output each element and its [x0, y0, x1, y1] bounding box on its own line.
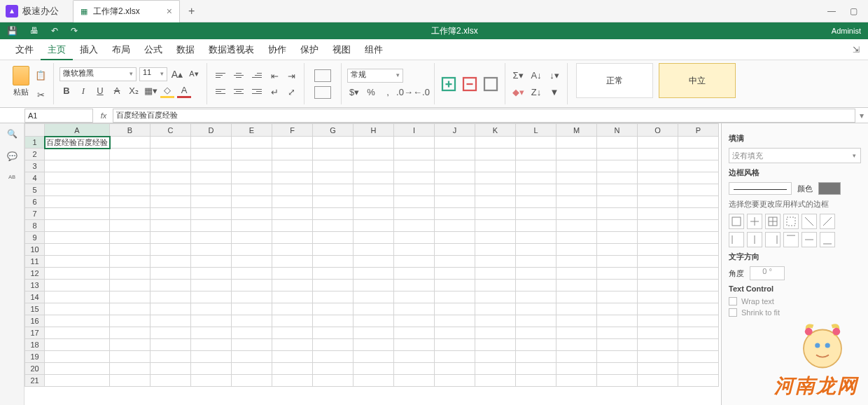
row-header-4[interactable]: 4 — [25, 172, 45, 184]
cell-D1[interactable] — [191, 137, 232, 149]
cell-G9[interactable] — [313, 232, 354, 244]
menu-formula[interactable]: 公式 — [137, 39, 169, 60]
minimize-icon[interactable]: — — [827, 6, 836, 16]
cell-B15[interactable] — [110, 303, 150, 315]
cell-E4[interactable] — [232, 172, 272, 184]
cell-H5[interactable] — [354, 184, 394, 196]
menu-file[interactable]: 文件 — [8, 39, 41, 60]
row-header-21[interactable]: 21 — [25, 375, 45, 387]
cell-C17[interactable] — [150, 327, 191, 339]
currency-icon[interactable]: $▾ — [347, 85, 361, 99]
cell-G6[interactable] — [313, 196, 354, 208]
cell-L13[interactable] — [516, 280, 556, 291]
cell-E14[interactable] — [232, 291, 272, 303]
cell-M7[interactable] — [556, 208, 597, 220]
cell-N20[interactable] — [597, 363, 638, 375]
align-center-icon[interactable] — [231, 85, 246, 97]
cell-N2[interactable] — [597, 149, 638, 160]
cell-I6[interactable] — [394, 196, 435, 208]
cell-K7[interactable] — [475, 208, 516, 220]
cell-B20[interactable] — [110, 363, 150, 375]
cell-style-neutral[interactable]: 中立 — [659, 63, 736, 98]
cell-C14[interactable] — [150, 291, 191, 303]
cell-B3[interactable] — [110, 160, 150, 172]
cell-M10[interactable] — [556, 244, 597, 256]
cell-H14[interactable] — [354, 291, 394, 303]
cell-H21[interactable] — [354, 375, 394, 387]
cell-G14[interactable] — [313, 291, 354, 303]
cell-N3[interactable] — [597, 160, 638, 172]
cell-H13[interactable] — [354, 280, 394, 291]
border-right-icon[interactable] — [765, 232, 780, 247]
cell-I20[interactable] — [394, 363, 435, 375]
cell-N14[interactable] — [597, 291, 638, 303]
cell-F6[interactable] — [272, 196, 313, 208]
cell-M12[interactable] — [556, 268, 597, 280]
increase-font-icon[interactable]: A▴ — [170, 67, 184, 81]
strikethrough-button[interactable]: A — [110, 84, 124, 98]
cell-J19[interactable] — [435, 351, 475, 363]
cell-F9[interactable] — [272, 232, 313, 244]
cell-A13[interactable] — [45, 280, 110, 291]
cell-I16[interactable] — [394, 315, 435, 327]
decrease-font-icon[interactable]: A▾ — [187, 67, 201, 81]
cell-F3[interactable] — [272, 160, 313, 172]
cell-F13[interactable] — [272, 280, 313, 291]
cell-H12[interactable] — [354, 268, 394, 280]
cell-D5[interactable] — [191, 184, 232, 196]
decrease-decimal-icon[interactable]: ←.0 — [414, 85, 428, 99]
wrap-text-icon[interactable]: ↵ — [267, 85, 281, 99]
formula-input[interactable]: 百度经验百度经验 — [113, 109, 855, 123]
cell-O3[interactable] — [638, 160, 678, 172]
cell-M11[interactable] — [556, 256, 597, 268]
cell-O13[interactable] — [638, 280, 678, 291]
cell-I4[interactable] — [394, 172, 435, 184]
cell-J12[interactable] — [435, 268, 475, 280]
border-diag-up-icon[interactable] — [820, 214, 835, 229]
user-label[interactable]: Administ — [832, 27, 861, 35]
col-header-F[interactable]: F — [272, 124, 313, 137]
cell-A4[interactable] — [45, 172, 110, 184]
cell-G15[interactable] — [313, 303, 354, 315]
cell-A1[interactable]: 百度经验百度经验 — [45, 137, 110, 149]
angle-input[interactable]: 0 ° — [750, 266, 785, 280]
cell-L5[interactable] — [516, 184, 556, 196]
cell-C1[interactable] — [150, 137, 191, 149]
cell-O4[interactable] — [638, 172, 678, 184]
cell-E18[interactable] — [232, 339, 272, 351]
cell-H11[interactable] — [354, 256, 394, 268]
cell-I17[interactable] — [394, 327, 435, 339]
cell-H18[interactable] — [354, 339, 394, 351]
cell-A18[interactable] — [45, 339, 110, 351]
cell-J17[interactable] — [435, 327, 475, 339]
cell-J8[interactable] — [435, 220, 475, 232]
col-header-A[interactable]: A — [45, 124, 110, 137]
cell-M21[interactable] — [556, 375, 597, 387]
cell-O15[interactable] — [638, 303, 678, 315]
cell-C2[interactable] — [150, 149, 191, 160]
unmerge-cells-icon[interactable] — [314, 86, 331, 99]
align-bottom-icon[interactable] — [249, 69, 265, 81]
cell-L20[interactable] — [516, 363, 556, 375]
align-left-icon[interactable] — [213, 85, 228, 97]
cell-H3[interactable] — [354, 160, 394, 172]
cell-H1[interactable] — [354, 137, 394, 149]
cell-G20[interactable] — [313, 363, 354, 375]
cell-M15[interactable] — [556, 303, 597, 315]
cell-I15[interactable] — [394, 303, 435, 315]
align-middle-icon[interactable] — [231, 69, 246, 81]
cell-B1[interactable] — [110, 137, 150, 149]
row-header-6[interactable]: 6 — [25, 196, 45, 208]
row-header-20[interactable]: 20 — [25, 363, 45, 375]
cell-K17[interactable] — [475, 327, 516, 339]
cell-M1[interactable] — [556, 137, 597, 149]
cell-M2[interactable] — [556, 149, 597, 160]
cell-F20[interactable] — [272, 363, 313, 375]
cell-F17[interactable] — [272, 327, 313, 339]
cell-B14[interactable] — [110, 291, 150, 303]
cell-D7[interactable] — [191, 208, 232, 220]
cell-F11[interactable] — [272, 256, 313, 268]
cell-G1[interactable] — [313, 137, 354, 149]
cell-D2[interactable] — [191, 149, 232, 160]
formula-expand-icon[interactable]: ▾ — [855, 111, 868, 121]
